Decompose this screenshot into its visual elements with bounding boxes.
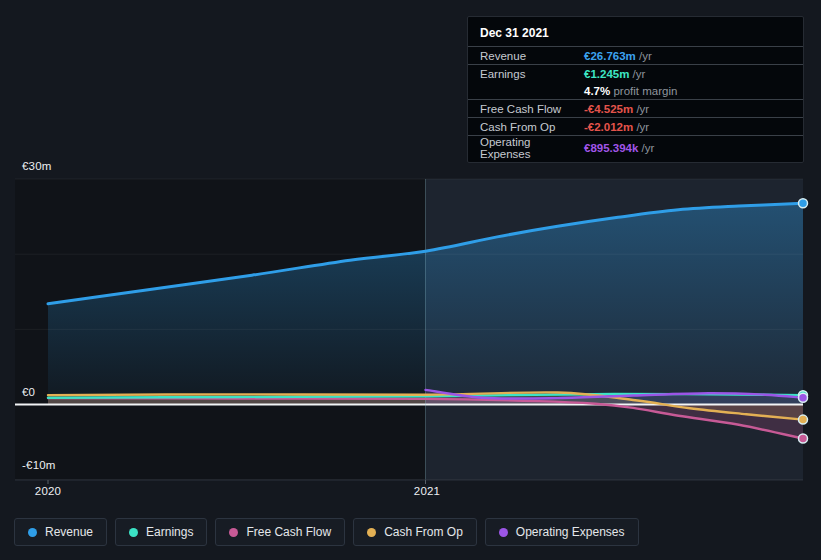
chart-legend: Revenue Earnings Free Cash Flow Cash Fro…: [14, 518, 639, 546]
chart-page: { "page": { "background": "#14181f" }, "…: [0, 0, 821, 560]
revenue-dot-icon: [28, 528, 37, 537]
legend-item-operating-expenses[interactable]: Operating Expenses: [485, 518, 639, 546]
tooltip-value-3: -€4.525m: [584, 103, 633, 115]
tooltip-label: Earnings: [480, 68, 584, 80]
tooltip-date: Dec 31 2021: [468, 22, 803, 47]
legend-item-free-cash-flow[interactable]: Free Cash Flow: [215, 518, 345, 546]
tooltip-label: Operating Expenses: [480, 136, 584, 160]
legend-item-revenue[interactable]: Revenue: [14, 518, 107, 546]
x-axis-label-2020: 2020: [35, 485, 61, 498]
operating-expenses-dot-icon: [499, 528, 508, 537]
tooltip-value-4: -€2.012m: [584, 121, 633, 133]
tooltip-value-0: €26.763m: [584, 50, 636, 62]
legend-item-earnings[interactable]: Earnings: [115, 518, 207, 546]
x-axis-label-2021: 2021: [414, 485, 440, 498]
free-cash-flow-dot-icon: [229, 528, 238, 537]
legend-label: Earnings: [146, 525, 193, 539]
tooltip-value-5: €895.394k: [584, 142, 638, 154]
tooltip-label: Free Cash Flow: [480, 103, 584, 115]
legend-label: Cash From Op: [384, 525, 463, 539]
tooltip-suffix: /yr: [638, 142, 654, 154]
tooltip-row-revenue: Revenue €26.763m /yr: [468, 47, 803, 64]
tooltip-suffix: /yr: [629, 68, 645, 80]
tooltip-value-2: 4.7%: [584, 85, 610, 97]
cash-from-op-dot-icon: [367, 528, 376, 537]
operating-expenses-endpoint-marker[interactable]: [799, 393, 808, 402]
tooltip-row-earnings: Earnings €1.245m /yr: [468, 64, 803, 82]
free-cash-flow-endpoint-marker[interactable]: [799, 434, 808, 443]
earnings-dot-icon: [129, 528, 138, 537]
legend-label: Operating Expenses: [516, 525, 625, 539]
legend-item-cash-from-op[interactable]: Cash From Op: [353, 518, 477, 546]
tooltip-row-profit-margin: 4.7% profit margin: [468, 82, 803, 99]
chart-tooltip: Dec 31 2021 Revenue €26.763m /yr Earning…: [467, 16, 804, 163]
revenue-endpoint-marker[interactable]: [799, 199, 808, 208]
tooltip-label: Cash From Op: [480, 121, 584, 133]
cash-from-op-endpoint-marker[interactable]: [799, 415, 808, 424]
tooltip-row-cash-from-op: Cash From Op -€2.012m /yr: [468, 117, 803, 135]
y-axis-label-30m: €30m: [22, 160, 52, 173]
y-axis-label-0: €0: [22, 386, 35, 399]
tooltip-suffix: /yr: [633, 103, 649, 115]
tooltip-row-operating-expenses: Operating Expenses €895.394k /yr: [468, 135, 803, 160]
tooltip-value-1: €1.245m: [584, 68, 629, 80]
tooltip-suffix: profit margin: [610, 85, 677, 97]
legend-label: Revenue: [45, 525, 93, 539]
tooltip-label: Revenue: [480, 50, 584, 62]
tooltip-suffix: /yr: [636, 50, 652, 62]
y-axis-label-neg10m: -€10m: [22, 459, 56, 472]
tooltip-row-free-cash-flow: Free Cash Flow -€4.525m /yr: [468, 99, 803, 117]
tooltip-suffix: /yr: [633, 121, 649, 133]
legend-label: Free Cash Flow: [246, 525, 331, 539]
